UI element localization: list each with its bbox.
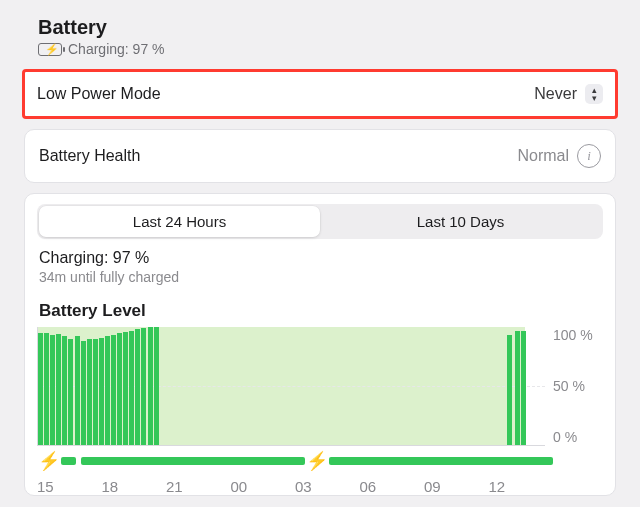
dropdown-indicator-icon[interactable]: ▴▾	[585, 84, 603, 104]
low-power-mode-row[interactable]: Low Power Mode Never ▴▾	[22, 69, 618, 119]
chart-bar	[93, 339, 98, 445]
chart-x-tick: 03	[295, 478, 360, 495]
chart-bar	[521, 331, 526, 445]
battery-level-chart: 100 % 50 % 0 %	[37, 327, 603, 446]
chart-bar	[135, 329, 140, 445]
chart-y-axis: 100 % 50 % 0 %	[545, 327, 603, 445]
chart-bar	[111, 335, 116, 445]
chart-bar	[81, 341, 86, 445]
chart-bar	[515, 331, 520, 445]
charging-segment	[81, 457, 305, 465]
charging-status-line: Charging: 97 %	[37, 249, 603, 267]
low-power-mode-label: Low Power Mode	[37, 85, 161, 103]
chart-bar	[141, 328, 146, 445]
page-title: Battery	[38, 16, 616, 39]
charging-segment	[329, 457, 553, 465]
battery-health-row[interactable]: Battery Health Normal i	[24, 129, 616, 183]
chart-bar	[117, 333, 122, 445]
battery-health-label: Battery Health	[39, 147, 140, 165]
chart-bar	[507, 335, 512, 445]
header-status-text: Charging: 97 %	[68, 41, 165, 57]
chart-bar	[75, 336, 80, 445]
chart-bar	[105, 336, 110, 445]
chart-bar	[38, 333, 43, 445]
battery-icon: ⚡	[38, 43, 62, 56]
chart-bar	[154, 327, 159, 445]
time-range-segmented: Last 24 Hours Last 10 Days	[37, 204, 603, 239]
header-status-row: ⚡ Charging: 97 %	[38, 41, 616, 57]
chart-y-tick-0: 0 %	[553, 429, 603, 445]
bolt-icon: ⚡	[305, 452, 329, 470]
chart-x-tick: 06	[360, 478, 425, 495]
chart-bar	[148, 327, 153, 445]
battery-header: Battery ⚡ Charging: 97 %	[14, 0, 626, 65]
chart-x-axis: 15 18 21 00 03 06 09 12	[37, 472, 553, 495]
chart-x-tick: 12	[489, 478, 554, 495]
chart-bar	[68, 339, 73, 445]
chart-bar	[129, 331, 134, 445]
chart-bar	[87, 339, 92, 445]
charging-segment	[61, 457, 76, 465]
bolt-icon: ⚡	[37, 452, 61, 470]
chart-bar	[123, 332, 128, 445]
usage-card: Last 24 Hours Last 10 Days Charging: 97 …	[24, 193, 616, 496]
chart-x-tick: 21	[166, 478, 231, 495]
info-icon[interactable]: i	[577, 144, 601, 168]
charging-status-sub: 34m until fully charged	[37, 269, 603, 285]
chart-x-tick: 18	[102, 478, 167, 495]
chart-x-tick: 15	[37, 478, 102, 495]
tab-last-24-hours[interactable]: Last 24 Hours	[39, 206, 320, 237]
chart-plot-area	[37, 327, 545, 446]
charging-timeline: ⚡ ⚡	[37, 446, 553, 472]
battery-health-value: Normal	[517, 147, 569, 165]
chart-bar	[56, 334, 61, 445]
chart-bar	[62, 336, 67, 445]
chart-bar	[44, 333, 49, 445]
chart-bar	[50, 335, 55, 445]
chart-y-tick-100: 100 %	[553, 327, 603, 343]
tab-last-10-days[interactable]: Last 10 Days	[320, 206, 601, 237]
chart-x-tick: 09	[424, 478, 489, 495]
low-power-mode-value: Never	[534, 85, 577, 103]
chart-y-tick-50: 50 %	[553, 378, 603, 394]
chart-title: Battery Level	[37, 301, 603, 321]
chart-bar	[99, 338, 104, 445]
chart-x-tick: 00	[231, 478, 296, 495]
